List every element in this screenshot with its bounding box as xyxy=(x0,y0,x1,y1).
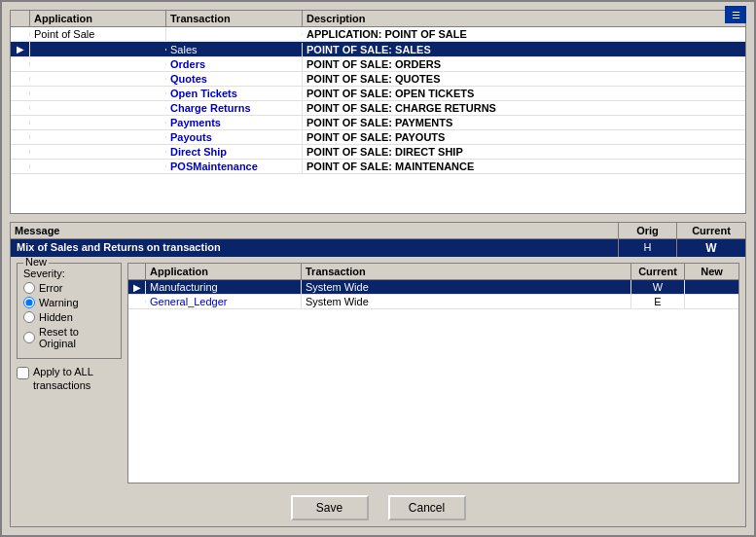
row-app: Point of Sale xyxy=(30,27,166,41)
current-label: Current xyxy=(677,223,745,238)
upper-table-header: Application Transaction Description xyxy=(11,11,745,27)
content-area: New Severity: Error Warning Hidden xyxy=(11,257,745,489)
message-label: Message xyxy=(11,223,619,238)
apply-all-checkbox[interactable] xyxy=(17,367,29,379)
inner-row-trans: System Wide xyxy=(302,295,631,308)
severity-label: Severity: xyxy=(23,268,115,279)
list-item[interactable]: ▶ Manufacturing System Wide W xyxy=(128,280,738,295)
table-row[interactable]: ▶ Sales POINT OF SALE: SALES xyxy=(11,42,745,57)
inner-row-app: General_Ledger xyxy=(146,295,302,308)
upper-table-body[interactable]: Point of Sale APPLICATION: POINT OF SALE… xyxy=(11,27,745,208)
inner-row-check xyxy=(128,301,146,303)
severity-group: New Severity: Error Warning Hidden xyxy=(17,263,122,359)
left-severity-panel: New Severity: Error Warning Hidden xyxy=(11,257,127,489)
menu-icon[interactable]: ☰ xyxy=(725,6,746,23)
table-row[interactable]: Orders POINT OF SALE: ORDERS xyxy=(11,57,745,72)
row-desc: POINT OF SALE: PAYOUTS xyxy=(303,130,745,144)
row-check xyxy=(11,135,30,139)
inner-row-current: W xyxy=(631,280,685,294)
inner-header-application: Application xyxy=(146,264,302,279)
inner-header-current: Current xyxy=(631,264,685,279)
inner-row-app: Manufacturing xyxy=(146,280,302,294)
table-row[interactable]: Open Tickets POINT OF SALE: OPEN TICKETS xyxy=(11,87,745,101)
header-application: Application xyxy=(30,11,166,26)
row-desc: POINT OF SALE: OPEN TICKETS xyxy=(303,87,745,100)
hidden-radio[interactable] xyxy=(23,311,35,323)
row-app xyxy=(30,92,166,94)
row-trans: Quotes xyxy=(166,72,303,86)
table-row[interactable]: Charge Returns POINT OF SALE: CHARGE RET… xyxy=(11,101,745,116)
row-desc: POINT OF SALE: MAINTENANCE xyxy=(303,160,745,173)
row-check xyxy=(11,150,30,154)
inner-header-transaction: Transaction xyxy=(302,264,631,279)
inner-header-new: New xyxy=(685,264,738,279)
row-check xyxy=(11,121,30,125)
reset-radio-row[interactable]: Reset to Original xyxy=(23,326,115,349)
row-check xyxy=(11,91,30,95)
row-app xyxy=(30,151,166,153)
row-trans: POSMaintenance xyxy=(166,160,303,173)
error-label: Error xyxy=(39,282,62,294)
row-check xyxy=(11,164,30,168)
current-value: W xyxy=(677,239,745,257)
error-radio[interactable] xyxy=(23,282,35,294)
inner-table-header: Application Transaction Current New xyxy=(128,264,738,280)
message-bar-header: Message Orig Current xyxy=(11,223,745,239)
main-window: ☰ Application Transaction Description Po… xyxy=(0,0,756,537)
row-check xyxy=(11,32,30,36)
inner-table-body[interactable]: ▶ Manufacturing System Wide W General_Le… xyxy=(128,280,738,309)
table-row[interactable]: Payments POINT OF SALE: PAYMENTS xyxy=(11,116,745,130)
button-row: Save Cancel xyxy=(11,489,745,526)
row-desc: POINT OF SALE: DIRECT SHIP xyxy=(303,145,745,159)
row-check: ▶ xyxy=(11,42,30,56)
reset-radio[interactable] xyxy=(23,332,35,343)
inner-row-check: ▶ xyxy=(128,281,146,294)
apply-all-label: Apply to ALL transactions xyxy=(33,365,122,393)
row-app xyxy=(30,63,166,65)
row-check xyxy=(11,62,30,66)
row-app xyxy=(30,136,166,138)
row-app xyxy=(30,107,166,109)
header-transaction: Transaction xyxy=(166,11,303,26)
cancel-button[interactable]: Cancel xyxy=(388,495,466,520)
row-trans: Payments xyxy=(166,116,303,129)
upper-transaction-table: Application Transaction Description Poin… xyxy=(10,10,746,214)
hidden-label: Hidden xyxy=(39,311,73,323)
row-trans: Payouts xyxy=(166,130,303,144)
inner-app-table: Application Transaction Current New ▶ Ma… xyxy=(127,263,739,483)
table-row[interactable]: Payouts POINT OF SALE: PAYOUTS xyxy=(11,130,745,145)
row-trans: Direct Ship xyxy=(166,145,303,159)
severity-group-label: New xyxy=(23,257,49,268)
row-desc: POINT OF SALE: ORDERS xyxy=(303,57,745,71)
warning-radio[interactable] xyxy=(23,297,35,308)
table-row[interactable]: Quotes POINT OF SALE: QUOTES xyxy=(11,72,745,87)
row-trans: Sales xyxy=(166,43,303,56)
table-row[interactable]: Direct Ship POINT OF SALE: DIRECT SHIP xyxy=(11,145,745,160)
orig-label: Orig xyxy=(619,223,677,238)
inner-row-new xyxy=(685,301,738,303)
row-app xyxy=(30,49,166,51)
row-check xyxy=(11,106,30,110)
row-app xyxy=(30,165,166,167)
save-button[interactable]: Save xyxy=(291,495,369,520)
row-desc: POINT OF SALE: QUOTES xyxy=(303,72,745,86)
row-app xyxy=(30,122,166,124)
inner-row-new xyxy=(685,286,738,288)
table-row[interactable]: POSMaintenance POINT OF SALE: MAINTENANC… xyxy=(11,160,745,174)
hidden-radio-row[interactable]: Hidden xyxy=(23,311,115,323)
row-check xyxy=(11,77,30,81)
apply-all-row[interactable]: Apply to ALL transactions xyxy=(17,365,122,393)
row-desc: APPLICATION: POINT OF SALE xyxy=(303,27,745,41)
list-item[interactable]: General_Ledger System Wide E xyxy=(128,295,738,309)
warning-label: Warning xyxy=(39,297,79,308)
error-radio-row[interactable]: Error xyxy=(23,282,115,294)
row-desc: POINT OF SALE: PAYMENTS xyxy=(303,116,745,129)
orig-value: H xyxy=(619,239,677,257)
reset-label: Reset to Original xyxy=(39,326,115,349)
message-row: Mix of Sales and Returns on transaction … xyxy=(11,239,745,257)
warning-radio-row[interactable]: Warning xyxy=(23,297,115,308)
inner-header-check xyxy=(128,264,146,279)
row-trans: Open Tickets xyxy=(166,87,303,100)
row-desc: POINT OF SALE: SALES xyxy=(303,43,745,56)
table-row[interactable]: Point of Sale APPLICATION: POINT OF SALE xyxy=(11,27,745,42)
